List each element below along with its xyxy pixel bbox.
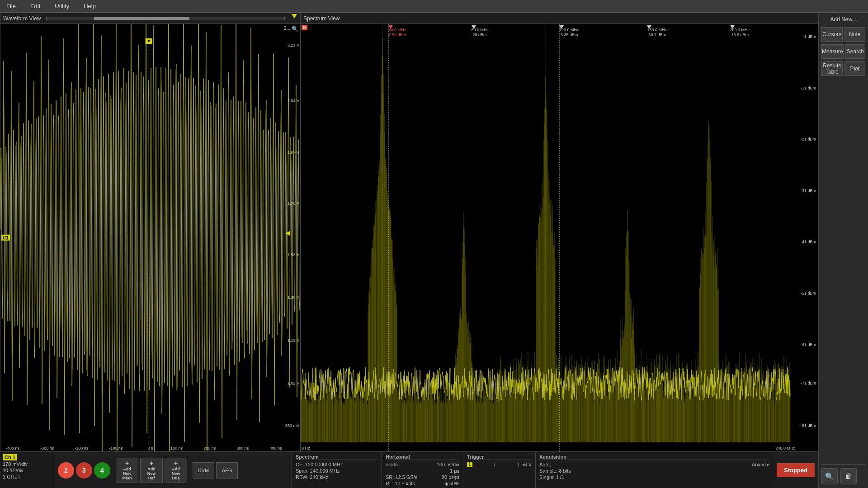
acq-section-title: Acquisition: [539, 454, 769, 460]
waveform-2-label: 2...: [284, 26, 290, 31]
waveform-panel: Waveform View ▼ 2.21 V 2.04 V: [0, 13, 301, 452]
search-button[interactable]: Search: [845, 44, 865, 59]
waveform-scroll-thumb[interactable]: [94, 17, 189, 20]
x-label-5: 100 ns: [170, 446, 183, 450]
plot-button[interactable]: Plot: [844, 61, 866, 76]
horiz-info-panel: Horizontal ns/div 100 ns/div 1 μs SR: 12…: [382, 452, 463, 488]
waveform-canvas-area: ▼ 2.21 V 2.04 V 1.87 V 1.70 V 1.53 V 1.3…: [0, 24, 300, 451]
y-label-7: 1.02 V: [288, 381, 299, 385]
sy-label-8: -81 dBm: [801, 423, 816, 428]
y-label-6: 1.19 V: [288, 338, 299, 343]
cursors-button[interactable]: Cursors: [821, 27, 843, 42]
afg-button[interactable]: AFG: [216, 462, 238, 479]
menu-help[interactable]: Help: [81, 2, 99, 10]
ch1-info: Ch 1 170 mV/div 10 dB/div 1 GHz ∴: [0, 452, 54, 488]
x-label-7: 300 ns: [236, 446, 249, 450]
x-label-0: -400 ns: [6, 446, 19, 450]
spec-marker-1: 40.0 MHz 7.59 dBm: [388, 28, 406, 38]
zoom-icon-button[interactable]: 🔍: [821, 468, 838, 484]
sy-label-2: -21 dBm: [801, 137, 816, 141]
sy-label-1: -11 dBm: [801, 86, 816, 90]
add-new-label: Add New...: [821, 16, 865, 23]
sx-label-end: 240.0 MHz: [775, 446, 795, 450]
menu-utility[interactable]: Utility: [52, 2, 72, 10]
spectrum-title: Spectrum View: [303, 15, 340, 22]
sy-label-6: -61 dBm: [801, 343, 816, 347]
bottom-buttons: 2 3 4 + AddNewMath + AddNewRef + AddNewB…: [54, 452, 292, 488]
magnify-icon[interactable]: 🔍: [292, 26, 298, 32]
sy-label-4: -41 dBm: [801, 239, 816, 244]
ch1-param-1: 10 dB/div: [3, 468, 51, 473]
y-label-1: 2.04 V: [288, 99, 299, 103]
spec-marker-triangle-1: [388, 25, 393, 29]
ch1-param-0: 170 mV/div: [3, 461, 51, 467]
waveform-scrollbar[interactable]: [46, 17, 285, 20]
spectrum-dashed-line-1: [559, 24, 560, 451]
n-badge: N: [302, 25, 307, 30]
add-bus-button[interactable]: + AddNewBus: [165, 458, 187, 483]
y-label-4: 1.53 V: [288, 253, 299, 257]
waveform-title: Waveform View: [3, 15, 41, 22]
y-label-0: 2.21 V: [288, 43, 299, 47]
trash-icon-button[interactable]: 🗑: [840, 468, 857, 484]
acq-sample: Sample: 8 bits: [539, 468, 769, 474]
note-button[interactable]: Note: [844, 27, 866, 42]
spectrum-span: Span: 240.000 MHz: [296, 468, 378, 474]
ch1-label: Ch 1: [3, 454, 17, 460]
menu-bar: File Edit Utility Help: [0, 0, 868, 13]
num-button-3[interactable]: 3: [76, 462, 92, 479]
horiz-section-title: Horizontal: [386, 454, 459, 460]
x-label-1: -300 ns: [40, 446, 54, 450]
spectrum-info-panel: Spectrum CF: 120.000000 MHz Span: 240.00…: [292, 452, 382, 488]
y-label-5: 1.36 V: [288, 295, 299, 300]
sy-label-0: -1 dBm: [803, 34, 816, 39]
sy-label-5: -51 dBm: [801, 291, 816, 296]
spectrum-section-title: Spectrum: [296, 454, 378, 460]
stopped-button[interactable]: Stopped: [777, 463, 815, 477]
waveform-trigger-box: ▼: [146, 38, 152, 44]
add-ref-button[interactable]: + AddNewRef: [140, 458, 163, 483]
spec-marker-triangle-2: [472, 25, 476, 29]
trigger-ch: 1 / 1.56 V: [467, 462, 532, 467]
btn-pair-measure-search: Measure Search: [821, 44, 865, 59]
trigger-arrow: ◀: [285, 229, 290, 236]
spectrum-title-bar: Spectrum View: [301, 13, 818, 24]
right-bottom: 🔍 🗑: [821, 462, 865, 484]
spec-marker-4: 160.0 MHz -30.7 dBm: [647, 28, 667, 38]
y-label-2: 1.87 V: [288, 150, 299, 155]
ch1-param-2: 1 GHz ∴: [3, 474, 51, 479]
menu-edit[interactable]: Edit: [28, 2, 43, 10]
spec-marker-3: 120.0 MHz -3.35 dBm: [559, 28, 579, 38]
horiz-sr: SR: 12.5 GS/s 80 ps/pt: [386, 474, 459, 480]
results-table-button[interactable]: Results Table: [821, 61, 843, 76]
btn-pair-results-plot: Results Table Plot: [821, 61, 865, 76]
x-label-4: 0 s: [147, 446, 153, 450]
x-label-6: 200 ns: [203, 446, 216, 450]
add-math-button[interactable]: + AddNewMath: [116, 458, 138, 483]
bottom-bar: Ch 1 170 mV/div 10 dB/div 1 GHz ∴ 2 3 4 …: [0, 452, 818, 488]
spectrum-canvas-area: N -1 dBm -11 dBm -21 dBm -31 dBm -41 dBm…: [301, 24, 818, 451]
main-layout: Waveform View ▼ 2.21 V 2.04 V: [0, 13, 868, 488]
sy-label-7: -71 dBm: [801, 381, 816, 385]
acq-info-panel: Acquisition Auto, Analyze Sample: 8 bits…: [536, 452, 773, 488]
right-panel: Add New... Cursors Note Measure Search R…: [818, 13, 868, 488]
sy-label-3: -31 dBm: [801, 188, 816, 193]
waveform-canvas: [0, 24, 300, 451]
waveform-title-bar: Waveform View: [0, 13, 300, 24]
horiz-pos: 1 μs: [386, 468, 459, 474]
trigger-section-title: Trigger: [467, 454, 532, 460]
y-label-3: 1.70 V: [288, 201, 299, 206]
spectrum-rbw: RBW: 240 kHz: [296, 474, 378, 480]
dvm-button[interactable]: DVM: [193, 462, 214, 479]
menu-file[interactable]: File: [4, 2, 19, 10]
spec-marker-2: 80.0 MHz -28 dBm: [472, 28, 489, 38]
spec-marker-triangle-4: [647, 25, 651, 29]
y-label-8: 850 mV: [285, 423, 299, 428]
spec-marker-5: 200.0 MHz -15.6 dBm: [730, 28, 750, 38]
horiz-rl: RL: 12.5 kpts ◈ 50%: [386, 481, 459, 487]
spectrum-panel: Spectrum View N -1 dBm -11 dBm -21 dBm -…: [301, 13, 818, 452]
spec-marker-triangle-5: [730, 25, 735, 29]
num-button-2[interactable]: 2: [58, 462, 74, 479]
measure-button[interactable]: Measure: [821, 44, 844, 59]
num-button-4[interactable]: 4: [94, 462, 110, 479]
